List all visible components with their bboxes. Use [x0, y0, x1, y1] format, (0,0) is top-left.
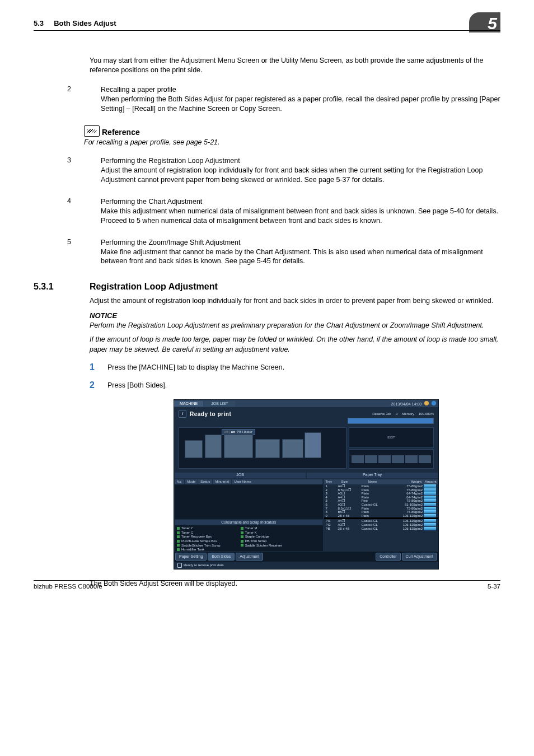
- tray-row[interactable]: 5A4❐Fine75-80g/m2: [324, 499, 438, 503]
- machine-tab[interactable]: MACHINE: [174, 401, 203, 407]
- memory-label: Memory: [402, 412, 414, 416]
- step-4-body1: Make this adjustment when numerical data…: [101, 207, 498, 216]
- adjustment-button[interactable]: Adjustment: [236, 553, 263, 561]
- info-icon: i: [179, 410, 186, 418]
- joblist-tab[interactable]: JOB LIST: [204, 401, 235, 407]
- pi-row[interactable]: PB2B x 4BCoated-GL106-135g/m2: [324, 527, 438, 531]
- notice-2: If the amount of loop is made too large,…: [90, 335, 500, 354]
- step-4-body2: Proceed to 5 when numerical data of misa…: [101, 216, 498, 226]
- consumable-item: Humidifier Tank: [177, 548, 221, 552]
- step-4-title: Performing the Chart Adjustment: [101, 197, 498, 207]
- step-2-body: When performing the Both Sides Adjust fo…: [101, 95, 500, 114]
- reserve-label: Reserve Job: [372, 412, 391, 416]
- subsection-number: 5.3.1: [34, 282, 90, 292]
- tray-columns: TraySizeNameWeightAmount: [324, 479, 438, 484]
- clock-text: 2013/04/04 14:00: [391, 402, 422, 406]
- step-number-5: 5: [67, 238, 101, 267]
- tray-header: Paper Tray: [306, 472, 438, 479]
- job-columns: No.ModeStatusMinute(s)User Name: [175, 479, 323, 484]
- step-5-title: Performing the Zoom/Image Shift Adjustme…: [101, 238, 500, 248]
- pb-heater-label[interactable]: off | on PB Heater: [222, 429, 255, 435]
- tray-row[interactable]: 28.5x11❐Plain75-80g/m2: [324, 488, 438, 492]
- tray-row[interactable]: 78.5x11❐Plain75-80g/m2: [324, 507, 438, 511]
- reference-body: For recalling a paper profile, see page …: [84, 138, 500, 146]
- step-5-body: Make fine adjustment that cannot be made…: [101, 248, 500, 267]
- chapter-badge: 5: [469, 12, 500, 32]
- pi-row[interactable]: PI2A3❐Coated-GL106-135g/m2: [324, 523, 438, 527]
- consumable-item: Toner C: [177, 531, 221, 535]
- page-header: 5.3 Both Sides Adjust 5: [34, 18, 500, 34]
- tray-row[interactable]: 92B x 4BPlain106-135g/m2: [324, 514, 438, 518]
- footer-right: 5-37: [488, 583, 500, 590]
- section-no: 5.3: [34, 19, 44, 27]
- instruction-1-text: Press the [MACHINE] tab to display the M…: [107, 363, 284, 371]
- consumable-item: Saddle Stitcher Receiver: [241, 544, 282, 548]
- instruction-2-text: Press [Both Sides].: [107, 381, 167, 389]
- tray-row[interactable]: 8B5❐Plain75-80g/m2: [324, 510, 438, 514]
- memory-value: 100.000%: [419, 412, 434, 416]
- consumable-item: Toner K: [241, 531, 282, 535]
- notice-label: NOTICE: [90, 311, 500, 321]
- consumable-item: Toner Recovery Box: [177, 535, 221, 539]
- preview-text: EXIT: [387, 436, 395, 440]
- consumable-item: Staple Cartridge: [241, 535, 282, 539]
- curl-adjustment-button[interactable]: Curl Adjustment: [402, 553, 437, 561]
- consumable-item: SaddleStitcher Trim Scrap: [177, 544, 221, 548]
- machine-screen-image: MACHINE JOB LIST 2013/04/04 14:00 i Read…: [174, 399, 439, 570]
- both-sides-button[interactable]: Both Sides: [208, 553, 235, 561]
- tray-row[interactable]: 3A3❐Plain64-74g/m2: [324, 492, 438, 496]
- instruction-1-number: 1: [90, 362, 107, 372]
- consumable-item: Toner Y: [177, 526, 221, 530]
- lock-icon: [177, 563, 182, 568]
- subsection-body-1: Adjust the amount of registration loop i…: [90, 296, 500, 306]
- ready-text: Ready to print: [190, 411, 231, 417]
- paper-setting-button[interactable]: Paper Setting: [175, 553, 207, 561]
- reserve-value: 0: [396, 412, 397, 416]
- warning-icon[interactable]: [424, 401, 429, 405]
- pi-row[interactable]: PI1A4❐Coated-GL106-135g/m2: [324, 519, 438, 523]
- tray-row[interactable]: 6A3❐Coated-GL81-105g/m2: [324, 503, 438, 507]
- section-title: Both Sides Adjust: [54, 19, 116, 27]
- help-icon[interactable]: [432, 401, 436, 405]
- reference-title: Reference: [102, 128, 140, 137]
- footer-left: bizhub PRESS C8000/e: [34, 583, 102, 590]
- intro-text: You may start from either the Adjustment…: [90, 56, 500, 75]
- consumable-item: PB Trim Scrap: [241, 539, 282, 543]
- tray-row[interactable]: 1A4❐Plain75-80g/m2: [324, 484, 438, 488]
- step-number-4: 4: [67, 197, 101, 226]
- tray-row[interactable]: 4A4❐Plain64-74g/m2: [324, 496, 438, 500]
- step-2-title: Recalling a paper profile: [101, 85, 500, 95]
- job-header: JOB: [174, 472, 306, 479]
- subsection-title: Registration Loop Adjustment: [90, 282, 218, 292]
- consumable-header: Consumable and Scrap Indicators: [175, 519, 323, 525]
- step-3-body: Adjust the amount of registration loop i…: [101, 166, 500, 185]
- instruction-2-number: 2: [90, 380, 107, 390]
- consumable-item: Toner M: [241, 526, 282, 530]
- reference-icon: [84, 125, 100, 137]
- controller-button[interactable]: Controller: [376, 553, 400, 561]
- step-3-title: Performing the Registration Loop Adjustm…: [101, 156, 500, 166]
- step-number-3: 3: [67, 156, 101, 185]
- status-line: Ready to receive print data: [184, 563, 224, 567]
- consumable-item: Punch-Hole Scraps Box: [177, 539, 221, 543]
- notice-1: Perform the Registration Loop Adjustment…: [90, 321, 500, 331]
- step-number-2: 2: [67, 85, 101, 114]
